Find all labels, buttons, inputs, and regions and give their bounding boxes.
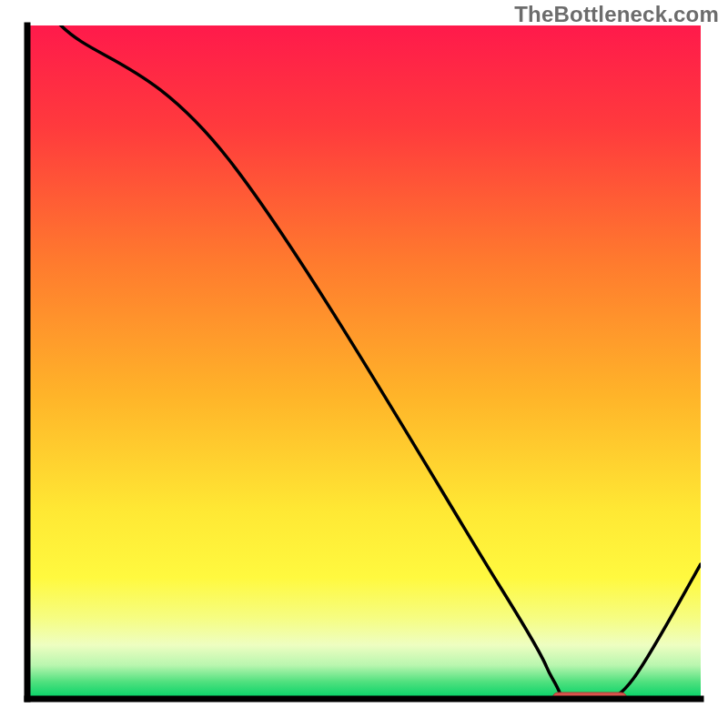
chart-svg xyxy=(0,0,728,728)
chart-container: TheBottleneck.com xyxy=(0,0,728,728)
